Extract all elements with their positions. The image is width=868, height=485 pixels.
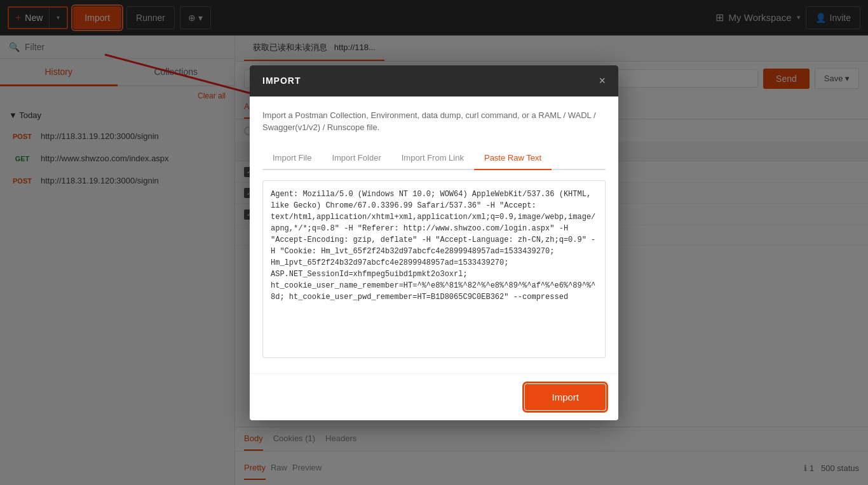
modal-tab-import-folder[interactable]: Import Folder [322, 147, 391, 170]
modal-import-button[interactable]: Import [525, 384, 606, 410]
modal-body: Import a Postman Collection, Environment… [250, 96, 618, 373]
modal-overlay[interactable]: IMPORT × Import a Postman Collection, En… [0, 0, 868, 485]
import-modal: IMPORT × Import a Postman Collection, En… [250, 65, 618, 420]
modal-tabs: Import File Import Folder Import From Li… [262, 147, 606, 170]
modal-close-button[interactable]: × [599, 74, 606, 88]
modal-tab-import-file[interactable]: Import File [262, 147, 322, 170]
modal-tab-import-from-link[interactable]: Import From Link [391, 147, 474, 170]
modal-description: Import a Postman Collection, Environment… [262, 109, 606, 134]
raw-text-input[interactable]: Agent: Mozilla/5.0 (Windows NT 10.0; WOW… [262, 180, 606, 358]
modal-footer: Import [250, 373, 618, 420]
modal-title: IMPORT [262, 76, 301, 86]
modal-tab-paste-raw-text[interactable]: Paste Raw Text [474, 147, 552, 170]
modal-header: IMPORT × [250, 65, 618, 96]
